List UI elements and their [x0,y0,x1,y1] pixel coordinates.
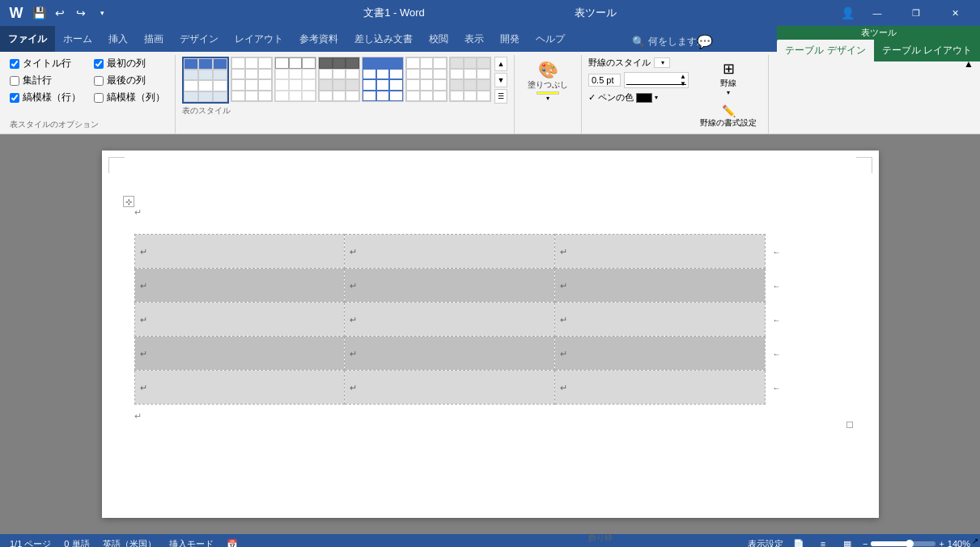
save-button[interactable]: 💾 [29,3,49,23]
borders-expand-icon[interactable]: ↗ [972,536,978,545]
table-cell[interactable]: ↵ [345,337,555,371]
page-corner-tl [108,157,125,173]
close-button[interactable]: ✕ [936,0,974,26]
view-print-layout[interactable]: 📄 [790,536,808,547]
view-read-mode[interactable]: ▦ [838,536,856,547]
style-thumb-7[interactable] [449,57,491,102]
para-mark: ↵ [140,315,147,324]
table-cell[interactable]: ↵ [345,235,555,269]
border-width-preview[interactable]: ▲▼ [624,72,689,88]
borders-label: 野線 [720,78,736,89]
tab-描画[interactable]: 描画 [136,26,172,52]
gallery-scroll-down[interactable]: ▼ [494,73,507,87]
border-width-input[interactable] [588,74,621,87]
checkbox-banded-cols-input[interactable] [94,93,104,103]
border-preview-line [626,84,686,85]
customize-quick-access-button[interactable]: ▾ [92,3,112,23]
shading-button[interactable]: 🎨 塗りつぶし ▾ [521,57,575,105]
border-format-button[interactable]: ✏️ 野線の書式設定 [695,103,762,130]
tab-table-layout[interactable]: テーブル レイアウト [874,40,980,61]
checkmark-icon: ✓ [588,92,596,103]
checkbox-total-row-input[interactable] [10,76,19,86]
tab-表示[interactable]: 表示 [456,26,492,52]
para-mark: ↵ [350,281,357,290]
zoom-control: − + 140% [863,539,970,547]
view-web-layout[interactable]: ≡ [814,536,832,547]
checkbox-title-row-input[interactable] [10,59,19,69]
view-settings-label[interactable]: 表示設定 [748,538,783,548]
minimize-button[interactable]: — [859,0,896,26]
chat-icon[interactable]: 💬 [697,34,713,49]
undo-button[interactable]: ↩ [50,3,70,23]
table-resize-handle[interactable] [846,422,853,428]
border-style-dropdown[interactable]: ▾ [654,57,670,68]
para-mark: ↵ [350,383,357,392]
window-controls: 👤 — ❒ ✕ [838,0,974,26]
para-mark-before: ↵ [134,207,846,218]
checkbox-title-row-label: タイトル行 [23,57,71,70]
table-cell[interactable]: ↵ [345,371,555,405]
tab-デザイン[interactable]: デザイン [172,26,227,52]
zoom-level[interactable]: 140% [948,539,970,547]
table-cell[interactable]: ↵ [134,337,345,371]
table-cell[interactable]: ↵ [345,269,555,303]
style-selected[interactable] [182,57,229,104]
table-cell[interactable]: ↵ [134,269,345,303]
group-shading: 🎨 塗りつぶし ▾ [515,55,582,134]
zoom-slider-thumb[interactable] [906,540,914,547]
gallery-scroll-up[interactable]: ▲ [494,57,507,71]
table-cell[interactable]: ↵ [134,235,345,269]
group-label-table-styles: 表のスタイル [182,104,231,117]
tab-ホーム[interactable]: ホーム [55,26,100,52]
checkbox-last-col-input[interactable] [94,76,104,86]
checkbox-total-row: 集計行 [10,74,81,87]
pen-color-arrow[interactable]: ▾ [655,94,658,101]
style-thumb-3[interactable] [274,57,316,102]
tab-ヘルプ[interactable]: ヘルプ [528,26,573,52]
table-cell[interactable]: ↵← [554,303,765,337]
table-cell[interactable]: ↵← [554,235,765,269]
title-bar: W 💾 ↩ ↪ ▾ 文書1 - Word 表ツール 👤 — ❒ ✕ [0,0,980,26]
row-move-arrow: ← [773,383,781,392]
border-format-icon: ✏️ [722,104,736,117]
borders-arrow[interactable]: ▾ [727,89,730,96]
borders-button[interactable]: ⊞ 野線 ▾ [715,57,741,100]
tab-参考資料[interactable]: 参考資料 [291,26,346,52]
table-cell[interactable]: ↵← [554,371,765,405]
table-cell[interactable]: ↵ [134,371,345,405]
zoom-out-icon[interactable]: − [863,539,868,547]
style-thumb-5[interactable] [362,57,404,102]
checkbox-first-col-label: 最初の列 [107,57,146,70]
tab-レイアウト[interactable]: レイアウト [227,26,291,52]
table-move-handle[interactable]: ⊹ [123,196,134,207]
table-cell[interactable]: ↵ [134,303,345,337]
zoom-in-icon[interactable]: + [939,539,944,547]
table-cell[interactable]: ↵ [345,303,555,337]
checkbox-banded-rows-input[interactable] [10,93,19,103]
table-row: ↵↵↵← [134,235,765,269]
tab-校閲[interactable]: 校閲 [421,26,456,52]
style-thumb-6[interactable] [405,57,448,102]
checkbox-first-col-input[interactable] [94,59,104,69]
redo-button[interactable]: ↪ [71,3,91,23]
zoom-slider[interactable] [871,541,935,546]
language-indicator[interactable]: 英語（米国） [103,538,156,548]
gallery-more[interactable]: ☰ [494,89,507,104]
tab-差し込み文書[interactable]: 差し込み文書 [346,26,421,52]
shading-dropdown-arrow[interactable]: ▾ [546,95,549,102]
calendar-icon[interactable]: 📅 [227,539,238,548]
table-cell[interactable]: ↵← [554,269,765,303]
style-thumb-4[interactable] [318,57,360,102]
tab-挿入[interactable]: 挿入 [100,26,136,52]
table-cell[interactable]: ↵← [554,337,765,371]
table-container: ⊹ ↵ ↵↵↵←↵↵↵←↵↵↵←↵↵↵←↵↵↵← ↵ [134,207,846,422]
style-thumb-2[interactable] [231,57,273,102]
table-tools-label: 表ツール [777,26,980,40]
profile-icon[interactable]: 👤 [838,3,857,23]
tab-開発[interactable]: 開発 [492,26,528,52]
para-mark: ↵ [350,349,357,358]
tab-table-design[interactable]: テーブル デザイン [777,40,873,61]
tab-ファイル[interactable]: ファイル [0,26,55,52]
checkbox-title-row: タイトル行 [10,57,81,70]
restore-button[interactable]: ❒ [897,0,935,26]
